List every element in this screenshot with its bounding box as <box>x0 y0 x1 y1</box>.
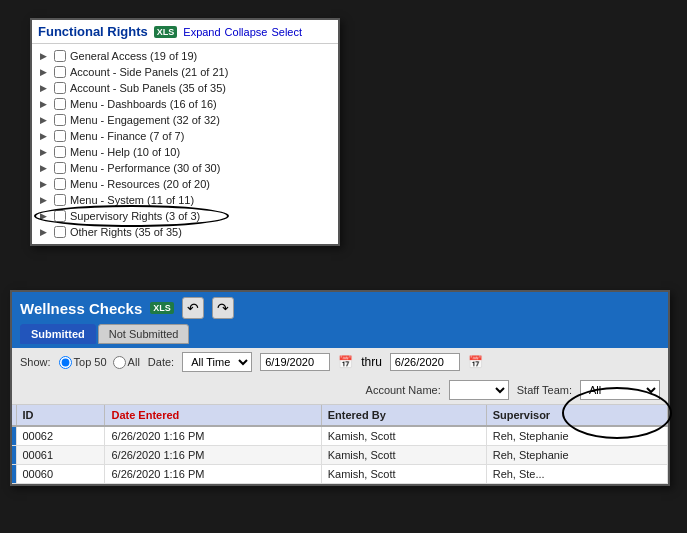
wc-header: Wellness Checks XLS ↶ ↷ <box>12 292 668 324</box>
fr-item-5: ▶ Menu - Finance (7 of 7) <box>32 128 338 144</box>
cell-date-entered: 6/26/2020 1:16 PM <box>105 426 321 446</box>
fr-checkbox-9[interactable] <box>54 194 66 206</box>
wc-controls: Show: Top 50 All Date: All Time 📅 thru 📅… <box>12 348 668 405</box>
fr-checkbox-4[interactable] <box>54 114 66 126</box>
select-link[interactable]: Select <box>271 26 302 38</box>
fr-item-1: ▶ Account - Side Panels (21 of 21) <box>32 64 338 80</box>
fr-item-2: ▶ Account - Sub Panels (35 of 35) <box>32 80 338 96</box>
fr-item-0: ▶ General Access (19 of 19) <box>32 48 338 64</box>
staff-select[interactable]: All <box>580 380 660 400</box>
fr-checkbox-1[interactable] <box>54 66 66 78</box>
tab-submitted[interactable]: Submitted <box>20 324 96 344</box>
fr-item-7: ▶ Menu - Performance (30 of 30) <box>32 160 338 176</box>
wc-controls-right: Account Name: Staff Team: All <box>366 380 660 400</box>
functional-rights-panel: Functional Rights XLS Expand Collapse Se… <box>30 18 340 246</box>
refresh-back-btn[interactable]: ↶ <box>182 297 204 319</box>
th-entered-by[interactable]: Entered By <box>321 405 486 426</box>
cell-entered-by: Kamish, Scott <box>321 426 486 446</box>
cell-id: 00060 <box>16 465 105 484</box>
fr-header-links: Expand Collapse Select <box>183 26 302 38</box>
all-radio[interactable] <box>113 356 126 369</box>
date-to-input[interactable] <box>390 353 460 371</box>
wc-table-header: ID Date Entered Entered By Supervisor <box>12 405 668 426</box>
fr-checkbox-0[interactable] <box>54 50 66 62</box>
fr-item-text-9: Menu - System (11 of 11) <box>70 194 194 206</box>
fr-header: Functional Rights XLS Expand Collapse Se… <box>32 20 338 44</box>
fr-item-text-6: Menu - Help (10 of 10) <box>70 146 180 158</box>
fr-body: ▶ General Access (19 of 19) ▶ Account - … <box>32 44 338 244</box>
fr-item-text-7: Menu - Performance (30 of 30) <box>70 162 220 174</box>
fr-arrow-11: ▶ <box>40 227 50 237</box>
fr-item-text-3: Menu - Dashboards (16 of 16) <box>70 98 217 110</box>
fr-checkbox-8[interactable] <box>54 178 66 190</box>
top50-radio[interactable] <box>59 356 72 369</box>
cell-supervisor: Reh, Ste... <box>486 465 667 484</box>
expand-link[interactable]: Expand <box>183 26 220 38</box>
fr-checkbox-5[interactable] <box>54 130 66 142</box>
fr-checkbox-11[interactable] <box>54 226 66 238</box>
th-id[interactable]: ID <box>16 405 105 426</box>
fr-item-text-5: Menu - Finance (7 of 7) <box>70 130 184 142</box>
fr-item-text-8: Menu - Resources (20 of 20) <box>70 178 210 190</box>
date-label: Date: <box>148 356 174 368</box>
cell-entered-by: Kamish, Scott <box>321 465 486 484</box>
cell-date-entered: 6/26/2020 1:16 PM <box>105 446 321 465</box>
fr-item-11: ▶ Other Rights (35 of 35) <box>32 224 338 240</box>
date-from-input[interactable] <box>260 353 330 371</box>
fr-checkbox-3[interactable] <box>54 98 66 110</box>
fr-item-text-0: General Access (19 of 19) <box>70 50 197 62</box>
account-select[interactable] <box>449 380 509 400</box>
fr-item-6: ▶ Menu - Help (10 of 10) <box>32 144 338 160</box>
fr-arrow-7: ▶ <box>40 163 50 173</box>
fr-item-text-1: Account - Side Panels (21 of 21) <box>70 66 228 78</box>
cell-date-entered: 6/26/2020 1:16 PM <box>105 465 321 484</box>
fr-arrow-8: ▶ <box>40 179 50 189</box>
fr-arrow-2: ▶ <box>40 83 50 93</box>
wc-title: Wellness Checks <box>20 300 142 317</box>
cell-id: 00061 <box>16 446 105 465</box>
tab-not-submitted[interactable]: Not Submitted <box>98 324 190 344</box>
cal-to-icon[interactable]: 📅 <box>468 355 483 369</box>
table-row[interactable]: 00061 6/26/2020 1:16 PM Kamish, Scott Re… <box>12 446 668 465</box>
fr-item-3: ▶ Menu - Dashboards (16 of 16) <box>32 96 338 112</box>
fr-arrow-1: ▶ <box>40 67 50 77</box>
wc-header-row: ID Date Entered Entered By Supervisor <box>12 405 668 426</box>
fr-item-8: ▶ Menu - Resources (20 of 20) <box>32 176 338 192</box>
th-date-entered[interactable]: Date Entered <box>105 405 321 426</box>
fr-checkbox-6[interactable] <box>54 146 66 158</box>
staff-label: Staff Team: <box>517 384 572 396</box>
refresh-forward-btn[interactable]: ↷ <box>212 297 234 319</box>
thru-label: thru <box>361 355 382 369</box>
show-label: Show: <box>20 356 51 368</box>
fr-item-9: ▶ Menu - System (11 of 11) <box>32 192 338 208</box>
collapse-link[interactable]: Collapse <box>225 26 268 38</box>
fr-checkbox-2[interactable] <box>54 82 66 94</box>
fr-arrow-6: ▶ <box>40 147 50 157</box>
fr-checkbox-10[interactable] <box>54 210 66 222</box>
wc-xls-icon[interactable]: XLS <box>150 302 174 314</box>
account-label: Account Name: <box>366 384 441 396</box>
all-radio-label[interactable]: All <box>113 356 140 369</box>
date-range-select[interactable]: All Time <box>182 352 252 372</box>
xls-icon[interactable]: XLS <box>154 26 178 38</box>
radio-group: Top 50 All <box>59 356 140 369</box>
fr-item-text-11: Other Rights (35 of 35) <box>70 226 182 238</box>
cell-entered-by: Kamish, Scott <box>321 446 486 465</box>
table-row[interactable]: 00060 6/26/2020 1:16 PM Kamish, Scott Re… <box>12 465 668 484</box>
wc-tabs: Submitted Not Submitted <box>12 324 668 348</box>
cell-supervisor: Reh, Stephanie <box>486 426 667 446</box>
table-row[interactable]: 00062 6/26/2020 1:16 PM Kamish, Scott Re… <box>12 426 668 446</box>
fr-checkbox-7[interactable] <box>54 162 66 174</box>
fr-item-text-4: Menu - Engagement (32 of 32) <box>70 114 220 126</box>
fr-item-4: ▶ Menu - Engagement (32 of 32) <box>32 112 338 128</box>
cal-from-icon[interactable]: 📅 <box>338 355 353 369</box>
th-supervisor[interactable]: Supervisor <box>486 405 667 426</box>
fr-arrow-0: ▶ <box>40 51 50 61</box>
wc-table: ID Date Entered Entered By Supervisor 00… <box>12 405 668 484</box>
fr-arrow-10: ▶ <box>40 211 50 221</box>
fr-title: Functional Rights <box>38 24 148 39</box>
top50-radio-label[interactable]: Top 50 <box>59 356 107 369</box>
cell-id: 00062 <box>16 426 105 446</box>
fr-item-text-10: Supervisory Rights (3 of 3) <box>70 210 200 222</box>
fr-arrow-3: ▶ <box>40 99 50 109</box>
